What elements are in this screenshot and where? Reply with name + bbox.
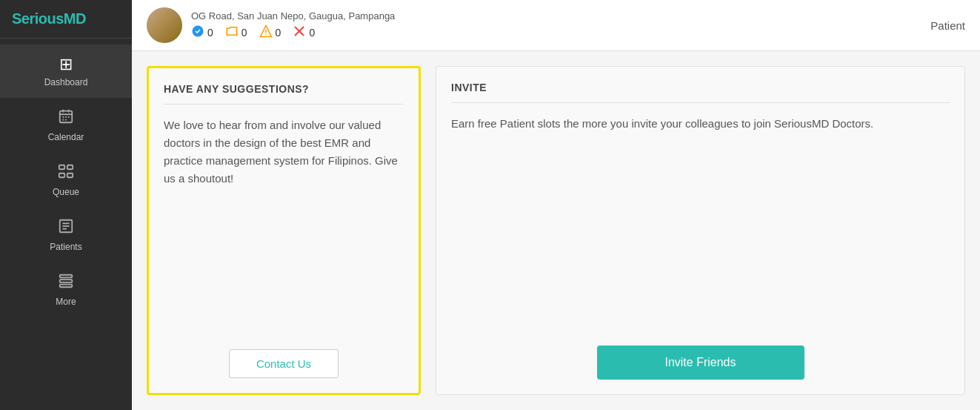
patient-badges: 0 0 0 0 — [191, 24, 921, 41]
svg-rect-17 — [60, 275, 73, 278]
badge-close-count: 0 — [309, 27, 315, 39]
sidebar-item-more[interactable]: More — [0, 262, 132, 317]
suggestions-body: We love to hear from and involve our val… — [164, 116, 404, 334]
avatar-image — [147, 7, 182, 43]
badge-warning-count: 0 — [276, 27, 281, 39]
sidebar-item-dashboard[interactable]: ⊞ Dashboard — [0, 44, 132, 98]
badge-folder: 0 — [225, 24, 247, 41]
invite-friends-button[interactable]: Invite Friends — [597, 345, 804, 380]
logo-accent: MD — [64, 10, 86, 27]
invite-title: INVITE — [451, 82, 950, 103]
invite-body: Earn free Patient slots the more you inv… — [451, 115, 950, 331]
sidebar-item-queue[interactable]: Queue — [0, 153, 132, 208]
queue-icon — [58, 163, 74, 184]
patient-type-label: Patient — [930, 19, 965, 32]
badge-warning: 0 — [259, 24, 281, 41]
avatar — [147, 7, 182, 43]
sidebar-item-patients[interactable]: Patients — [0, 208, 132, 262]
sidebar-item-label: Queue — [53, 187, 79, 197]
calendar-icon — [58, 108, 74, 129]
badge-check-count: 0 — [207, 27, 213, 39]
suggestions-title: HAVE ANY SUGGESTIONS? — [164, 83, 404, 105]
svg-point-23 — [265, 33, 267, 35]
sidebar-item-label: More — [56, 297, 76, 307]
sidebar-item-calendar[interactable]: Calendar — [0, 98, 132, 153]
invite-card: INVITE Earn free Patient slots the more … — [436, 66, 965, 395]
suggestions-footer: Contact Us — [164, 349, 404, 378]
sidebar-item-label: Dashboard — [44, 77, 88, 87]
sidebar: SeriousMD ⊞ Dashboard Calendar — [0, 0, 132, 410]
svg-rect-19 — [60, 285, 73, 288]
logo-main: Serious — [12, 10, 64, 27]
folder-icon — [225, 24, 239, 41]
svg-rect-11 — [59, 173, 64, 178]
sidebar-nav: ⊞ Dashboard Calendar Queue — [0, 39, 132, 317]
check-icon — [191, 24, 204, 41]
invite-footer: Invite Friends — [451, 345, 950, 380]
contact-us-button[interactable]: Contact Us — [229, 349, 339, 378]
warning-icon — [259, 24, 273, 41]
sidebar-item-label: Patients — [50, 242, 81, 252]
more-icon — [58, 273, 74, 294]
close-icon — [293, 24, 306, 41]
dashboard-icon: ⊞ — [59, 55, 73, 74]
badge-folder-count: 0 — [241, 27, 247, 39]
main-content: OG Road, San Juan Nepo, Gaugua, Pampanga… — [132, 0, 980, 410]
badge-close: 0 — [293, 24, 315, 41]
suggestions-card: HAVE ANY SUGGESTIONS? We love to hear fr… — [147, 66, 421, 395]
sidebar-item-label: Calendar — [48, 132, 84, 142]
badge-check: 0 — [191, 24, 213, 41]
logo: SeriousMD — [0, 0, 132, 39]
svg-rect-10 — [67, 165, 73, 170]
svg-rect-12 — [67, 173, 73, 178]
logo-text: SeriousMD — [12, 10, 86, 27]
top-bar: OG Road, San Juan Nepo, Gaugua, Pampanga… — [132, 0, 980, 51]
patient-info: OG Road, San Juan Nepo, Gaugua, Pampanga… — [191, 10, 921, 41]
svg-rect-9 — [59, 165, 64, 170]
content-area: HAVE ANY SUGGESTIONS? We love to hear fr… — [132, 51, 980, 410]
svg-point-20 — [193, 25, 204, 36]
patient-address: OG Road, San Juan Nepo, Gaugua, Pampanga — [191, 10, 921, 22]
svg-rect-18 — [60, 280, 73, 282]
patients-icon — [58, 218, 74, 239]
